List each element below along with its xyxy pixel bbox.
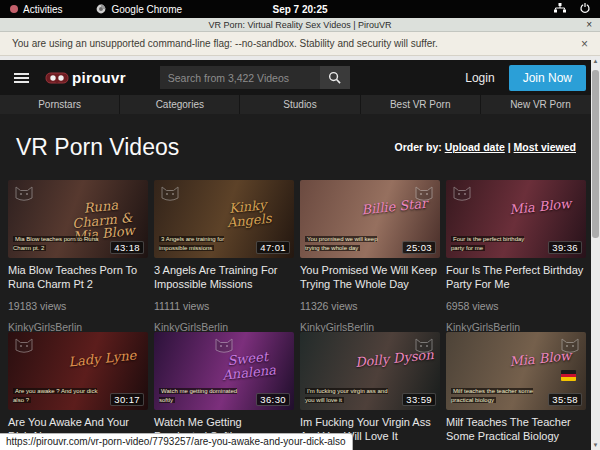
sandbox-warning-infobar: You are using an unsupported command-lin… xyxy=(0,32,600,56)
thumbnail-caption: You promised we will keep trying the who… xyxy=(305,235,392,253)
nav-item-best-vr-porn[interactable]: Best VR Porn xyxy=(360,95,480,114)
thumbnail-caption: Mia Blow teaches porn to Runa Charm pt. … xyxy=(13,235,100,253)
search-input[interactable] xyxy=(160,66,320,89)
search-bar xyxy=(160,66,350,89)
scrollbar-up-icon[interactable]: ▲ xyxy=(591,58,600,64)
video-duration-badge: 33:59 xyxy=(402,393,436,406)
thumbnail-caption: I'm fucking your virgin ass and you will… xyxy=(305,387,392,405)
video-duration-badge: 47:01 xyxy=(256,241,290,254)
video-duration-badge: 39:36 xyxy=(548,241,582,254)
video-views: 11326 views xyxy=(300,300,440,312)
network-icon[interactable] xyxy=(554,3,566,15)
page-head: VR Porn Videos Order by: Upload date | M… xyxy=(0,114,600,180)
video-thumbnail[interactable]: Mia Blow Milf teaches the teacher some p… xyxy=(446,332,586,410)
infobar-close-icon[interactable]: × xyxy=(581,37,588,51)
site-logo[interactable]: pirouvr xyxy=(45,69,126,86)
studio-link[interactable]: KinkyGirlsBerlin xyxy=(8,321,148,333)
app-menu-button[interactable]: Google Chrome xyxy=(111,4,182,15)
page-title: VR Porn Videos xyxy=(16,134,179,161)
video-thumbnail[interactable]: Kinky Angels 3 Angels are training for i… xyxy=(154,180,294,258)
search-icon xyxy=(328,71,341,84)
thumbnail-overlay-name: Billie Star xyxy=(353,196,437,218)
studio-watermark-cat-icon xyxy=(13,335,35,355)
desktop-clock[interactable]: Sep 7 20:25 xyxy=(0,4,600,15)
nav-item-categories[interactable]: Categories xyxy=(119,95,239,114)
video-duration-badge: 30:17 xyxy=(110,393,144,406)
thumbnail-overlay-name: Dolly Dyson xyxy=(353,348,437,370)
video-thumbnail[interactable]: Billie Star You promised we will keep tr… xyxy=(300,180,440,258)
video-title[interactable]: 3 Angels Are Training For Impossible Mis… xyxy=(154,264,294,292)
tab-close-icon[interactable]: × xyxy=(586,19,600,30)
thumbnail-overlay-name: Lady Lyne xyxy=(61,348,145,370)
screen: Activities Google Chrome Sep 7 20:25 VR … xyxy=(0,0,600,450)
video-views: 19183 views xyxy=(8,300,148,312)
video-duration-badge: 36:30 xyxy=(256,393,290,406)
recording-indicator-icon xyxy=(10,5,18,13)
main-nav: Pornstars Categories Studios Best VR Por… xyxy=(0,95,600,114)
order-by-most-viewed-link[interactable]: Most viewed xyxy=(514,141,576,153)
video-card[interactable]: Billie Star You promised we will keep tr… xyxy=(300,180,440,332)
power-icon[interactable] xyxy=(580,3,590,15)
video-views: 6958 views xyxy=(446,300,586,312)
site-logo-text: pirouvr xyxy=(72,69,126,86)
login-button[interactable]: Login xyxy=(465,71,494,85)
thumbnail-caption: Watch me getting dominated softly xyxy=(159,387,246,405)
video-card[interactable]: Mia Blow Four is the perfect birthday pa… xyxy=(446,180,586,332)
thumbnail-overlay-name: Kinky Angels xyxy=(206,196,291,232)
scrollbar-down-icon[interactable]: ▼ xyxy=(591,442,600,448)
video-title[interactable]: Milf Teaches The Teacher Some Practical … xyxy=(446,416,586,444)
thumbnail-caption: Are you awake ? And your dick also ? xyxy=(13,387,100,405)
studio-watermark-cat-icon xyxy=(159,183,181,203)
nav-item-pornstars[interactable]: Pornstars xyxy=(0,95,119,114)
video-duration-badge: 35:58 xyxy=(548,393,582,406)
thumbnail-caption: Milf teaches the teacher some practical … xyxy=(451,387,538,405)
scrollbar-thumb[interactable] xyxy=(592,70,599,238)
page-scrollbar[interactable]: ▲ ▼ xyxy=(591,56,600,450)
video-views: 11111 views xyxy=(154,300,294,312)
order-by-label: Order by: xyxy=(395,141,442,153)
video-title[interactable]: Four Is The Perfect Birthday Party For M… xyxy=(446,264,586,292)
infobar-message: You are using an unsupported command-lin… xyxy=(12,38,438,49)
studio-watermark-cat-icon xyxy=(451,183,473,203)
studio-link[interactable]: KinkyGirlsBerlin xyxy=(300,321,440,333)
nav-item-studios[interactable]: Studios xyxy=(239,95,359,114)
thumbnail-caption: Four is the perfect birthday party for m… xyxy=(451,235,538,253)
video-title[interactable]: Mia Blow Teaches Porn To Runa Charm Pt 2 xyxy=(8,264,148,292)
german-flag-icon xyxy=(561,370,576,381)
search-button[interactable] xyxy=(320,66,350,89)
menu-hamburger-icon[interactable] xyxy=(14,73,29,83)
video-card[interactable]: Mia Blow Milf teaches the teacher some p… xyxy=(446,332,586,450)
video-card[interactable]: Kinky Angels 3 Angels are training for i… xyxy=(154,180,294,332)
video-thumbnail[interactable]: Lady Lyne Are you awake ? And your dick … xyxy=(8,332,148,410)
video-thumbnail[interactable]: Mia Blow Four is the perfect birthday pa… xyxy=(446,180,586,258)
activities-button[interactable]: Activities xyxy=(23,4,62,15)
browser-tab-strip: VR Porn: Virtual Reality Sex Videos | Pi… xyxy=(0,18,600,32)
video-title[interactable]: You Promised We Will Keep Trying The Who… xyxy=(300,264,440,292)
browser-tab-title[interactable]: VR Porn: Virtual Reality Sex Videos | Pi… xyxy=(0,20,600,30)
order-by: Order by: Upload date | Most viewed xyxy=(395,141,577,153)
chrome-icon xyxy=(96,4,106,14)
video-thumbnail[interactable]: Sweet Analena Watch me getting dominated… xyxy=(154,332,294,410)
vr-goggles-icon xyxy=(45,71,69,85)
desktop-top-bar: Activities Google Chrome Sep 7 20:25 xyxy=(0,0,600,18)
join-now-button[interactable]: Join Now xyxy=(509,65,586,91)
nav-item-new-vr-porn[interactable]: New VR Porn xyxy=(480,95,600,114)
thumbnail-caption: 3 Angels are training for impossible mis… xyxy=(159,235,246,253)
order-by-upload-date-link[interactable]: Upload date xyxy=(445,141,505,153)
status-url-bubble: https://pirouvr.com/vr-porn-video/779325… xyxy=(0,433,353,450)
studio-link[interactable]: KinkyGirlsBerlin xyxy=(154,321,294,333)
studio-watermark-cat-icon xyxy=(13,183,35,203)
video-duration-badge: 43:18 xyxy=(110,241,144,254)
studio-link[interactable]: KinkyGirlsBerlin xyxy=(446,321,586,333)
video-thumbnail[interactable]: Runa Charm & Mia Blow Mia Blow teaches p… xyxy=(8,180,148,258)
video-thumbnail[interactable]: Dolly Dyson I'm fucking your virgin ass … xyxy=(300,332,440,410)
video-card[interactable]: Runa Charm & Mia Blow Mia Blow teaches p… xyxy=(8,180,148,332)
thumbnail-overlay-name: Mia Blow xyxy=(499,348,583,370)
order-by-separator: | xyxy=(505,141,514,153)
thumbnail-overlay-name: Mia Blow xyxy=(499,196,583,218)
video-duration-badge: 25:03 xyxy=(402,241,436,254)
site-header: pirouvr Login Join Now xyxy=(0,60,600,95)
video-grid: Runa Charm & Mia Blow Mia Blow teaches p… xyxy=(0,180,600,450)
